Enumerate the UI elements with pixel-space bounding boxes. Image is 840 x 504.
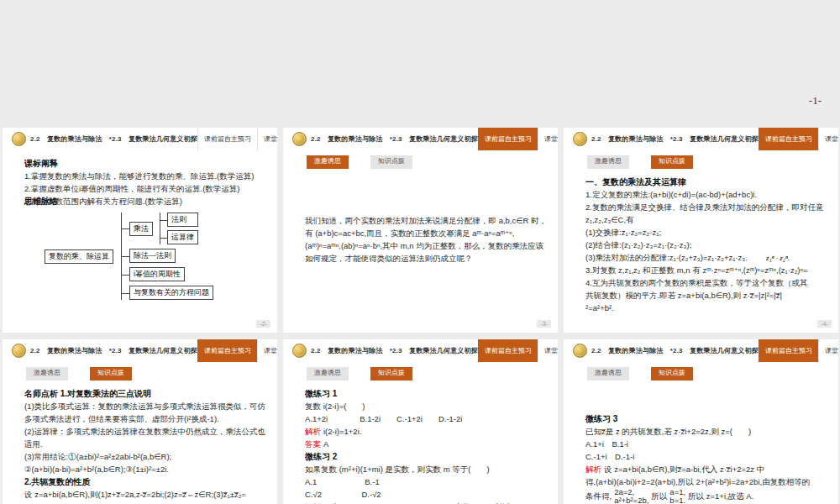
text-line: 1.定义复数的乘法:(a+bi)(c+di)=(ac-bd)+(ad+bc)i. [585, 188, 830, 201]
solution-label: 解析 [305, 427, 321, 436]
nav-button-classroom[interactable]: 课堂篇探究学习 [538, 339, 558, 362]
nav-button-preview[interactable]: 课前篇自主预习 [759, 128, 818, 150]
solution-label: 答案 [305, 439, 321, 449]
text-line: 名师点析 1.对复数乘法的三点说明 [24, 387, 269, 400]
tab-bar: 激趣诱思知识点拨 [283, 362, 558, 381]
text-line: 微练习 2 [305, 450, 549, 463]
slide-title: 2.2 复数的乘法与除法 *2.3 复数乘法几何意义初探 [591, 346, 759, 355]
badge-coin-icon [573, 132, 587, 146]
tab-interest[interactable]: 激趣诱思 [26, 367, 68, 381]
text-line: 1.掌握复数的乘法与除法，能够进行复数的乘、除运算.(数学运算) [24, 170, 269, 182]
slide-header: 2.2 复数的乘法与除法 *2.3 复数乘法几何意义初探 课前篇自主预习 课堂篇… [564, 128, 838, 150]
slide-header: 2.2 复数的乘法与除法 *2.3 复数乘法几何意义初探 课前篇自主预习 课堂篇… [283, 339, 558, 362]
nav-button-preview[interactable]: 课前篇自主预习 [478, 339, 538, 362]
text-line: 4.互为共轭复数的两个复数的乘积是实数，等于这个复数（或其 [585, 276, 830, 289]
diagram-box-rule: 法则 [167, 213, 198, 227]
text-line: A.1+2i B.1-2i C.-1+2i D.-1-2i [305, 412, 549, 425]
text-line: (1)交换律:z₁·z₂=z₂·z₁; [585, 226, 830, 239]
tab-knowledge[interactable]: 知识点拨 [651, 367, 693, 381]
tab-knowledge[interactable]: 知识点拨 [370, 367, 412, 381]
text-line: (3)乘法对加法的分配律:z₁·(z₂+z₃)=z₁·z₂+z₁·z₃. [585, 251, 830, 264]
text-line: 答案A [305, 438, 549, 450]
solution-label: 解析 [585, 465, 601, 474]
text-line: 复数 i(2-i)=( ) [305, 400, 549, 412]
diagram-box-laws: 运算律 [167, 230, 198, 244]
slide-header: 2.2 复数的乘法与除法 *2.3 复数乘法几何意义初探 课前篇自主预习 课堂篇… [3, 339, 277, 362]
text-line: (1)类比多项式运算：复数的乘法运算与多项式乘法运算很类似，可仿多项式乘法进行，… [24, 400, 269, 425]
tab-interest[interactable]: 激趣诱思 [587, 367, 629, 381]
text-line: 解析因为 (m²+i)(1+mi)=(m²-m)+(m³+1)i 是实数,m∈R… [305, 501, 549, 504]
text-line: (3)常用结论:①(a±bi)²=a²±2abi-b²(a,b∈R); [24, 450, 269, 463]
slide-content: 课标阐释1.掌握复数的乘法与除法，能够进行复数的乘、除运算.(数学运算)2.掌握… [3, 150, 277, 207]
slide-title: 2.2 复数的乘法与除法 *2.3 复数乘法几何意义初探 [30, 134, 197, 144]
slide-4: 2.2 复数的乘法与除法 *2.3 复数乘法几何意义初探 课前篇自主预习 课堂篇… [3, 339, 277, 504]
diagram-box-power-period: i幂值的周期性 [129, 267, 185, 281]
slide-3: 2.2 复数的乘法与除法 *2.3 复数乘法几何意义初探 课前篇自主预习 课堂篇… [564, 128, 838, 333]
slide-2: 2.2 复数的乘法与除法 *2.3 复数乘法几何意义初探 课前篇自主预习 课堂篇… [283, 128, 558, 333]
nav-button-classroom[interactable]: 课堂篇探究学习 [257, 339, 277, 362]
tab-interest[interactable]: 激趣诱思 [307, 155, 349, 169]
text-line: 微练习 3 [585, 412, 830, 425]
badge-coin-icon [292, 344, 307, 358]
text-line: ②(a+bi)(a-bi)=a²+b²(a,b∈R);③(1±i)²=±2i. [24, 463, 269, 475]
nav-button-preview[interactable]: 课前篇自主预习 [197, 128, 257, 150]
slide-page-badge: -2- [256, 320, 270, 328]
concept-map: 复数的乘、除运算 乘法 法则 运算律 除法—法则 i幂值的周期性 与复数有关的方… [45, 213, 277, 300]
nav-button-classroom[interactable]: 课堂篇探究学习 [257, 128, 277, 150]
overlapping-heading: 思维脉络 [24, 195, 58, 207]
badge-coin-icon [12, 344, 26, 358]
text-line: 课标阐释 [24, 157, 269, 170]
tab-bar: 激趣诱思知识点拨 [564, 150, 838, 169]
equation-system: 2a=2,a²+b²=2b, [614, 488, 648, 504]
text-line: (2)结合律:(z₁·z₂)·z₃=z₁·(z₂·z₃); [585, 239, 830, 251]
slide-title: 2.2 复数的乘法与除法 *2.3 复数乘法几何意义初探 [311, 346, 478, 355]
slide-page-badge: -3- [537, 320, 551, 328]
spacer [585, 387, 830, 412]
text-line: C.-1+i D.-1-i [585, 450, 830, 463]
text-line: A.1+i B.1-i [585, 438, 830, 450]
text-line: A.1 B.-1 [305, 475, 549, 488]
equation-system: a=1,b=1. [669, 488, 685, 504]
tab-knowledge[interactable]: 知识点拨 [370, 155, 412, 169]
diagram-box-equations: 与复数有关的方程问题 [129, 286, 213, 300]
text-line: 2.共轭复数的性质 [24, 475, 269, 488]
document-page-number: -1- [809, 94, 822, 108]
tab-knowledge[interactable]: 知识点拨 [90, 367, 132, 381]
nav-button-preview[interactable]: 课前篇自主预习 [759, 339, 818, 362]
slide-content: 我们知道，两个实数的乘法对加法来说满足分配律，即 a,b,c∈R 时，有 (a+… [283, 169, 558, 265]
tab-interest[interactable]: 激趣诱思 [307, 367, 349, 381]
slide-content: 一、复数的乘法及其运算律1.定义复数的乘法:(a+bi)(c+di)=(ac-b… [564, 169, 838, 314]
text-line: 得,(a+bi)(a-bi)i+2=2(a+bi),所以 2+(a²+b²)i=… [585, 475, 830, 488]
text-line: 解析设 z=a+bi(a,b∈R),则z̅=a-bi,代入 z·z̅i+2=2z… [585, 463, 830, 475]
slide-title: 2.2 复数的乘法与除法 *2.3 复数乘法几何意义初探 [591, 134, 759, 144]
text-line: (2)运算律：多项式乘法的运算律在复数乘法中仍然成立，乘法公式也适用. [24, 425, 269, 450]
text-line: 设 z=a+bi(a,b∈R),则(1)z+z̅=2a,z-z̅=2bi;(2)… [24, 488, 269, 501]
slide-5: 2.2 复数的乘法与除法 *2.3 复数乘法几何意义初探 课前篇自主预习 课堂篇… [283, 339, 558, 504]
text-line: C.√2 D.-√2 [305, 488, 549, 501]
nav-button-classroom[interactable]: 课堂篇探究学习 [818, 128, 838, 150]
nav-button-classroom[interactable]: 课堂篇探究学习 [538, 128, 558, 150]
tab-bar: 激趣诱思知识点拨 [3, 362, 277, 381]
tab-knowledge[interactable]: 知识点拨 [651, 155, 693, 169]
tab-interest[interactable]: 激趣诱思 [587, 155, 629, 169]
slide-header: 2.2 复数的乘法与除法 *2.3 复数乘法几何意义初探 课前篇自主预习 课堂篇… [283, 128, 558, 150]
nav-button-classroom[interactable]: 课堂篇探究学习 [818, 339, 838, 362]
slide-content: 名师点析 1.对复数乘法的三点说明(1)类比多项式运算：复数的乘法运算与多项式乘… [3, 381, 277, 501]
text-line: 2.掌握虚数单位i幂值的周期性，能进行有关的运算.(数学运算) [24, 182, 269, 195]
slide-header: 2.2 复数的乘法与除法 *2.3 复数乘法几何意义初探 课前篇自主预习 课堂篇… [564, 339, 838, 362]
slide-title: 2.2 复数的乘法与除法 *2.3 复数乘法几何意义初探 [311, 134, 478, 144]
text-line: 如果复数 (m²+i)(1+mi) 是实数，则实数 m 等于( ) [305, 463, 549, 475]
badge-coin-icon [292, 132, 307, 146]
badge-coin-icon [12, 132, 26, 146]
slide-content: 微练习 3已知z̅是 z 的共轭复数,若 z·z̅i+2=2z,则 z=( )A… [564, 381, 838, 504]
nav-button-preview[interactable]: 课前篇自主预习 [197, 339, 257, 362]
text-line: 3.对复数 z,z₁,z₂ 和正整数 m,n 有 zᵐ·zⁿ=zᵐ⁺ⁿ,(zᵐ)… [585, 264, 830, 276]
spacer [305, 176, 549, 214]
nav-button-preview[interactable]: 课前篇自主预习 [478, 128, 538, 150]
slide-content: 微练习 1复数 i(2-i)=( )A.1+2i B.1-2i C.-1+2i … [283, 381, 558, 504]
text-line: 我们知道，两个实数的乘法对加法来说满足分配律，即 a,b,c∈R 时，有 (a+… [305, 214, 549, 265]
text-line: 条件得,2a=2,a²+b²=2b,所以a=1,b=1.所以 z=1+i,故选 … [585, 488, 830, 504]
slide-grid: 2.2 复数的乘法与除法 *2.3 复数乘法几何意义初探 课前篇自主预习 课堂篇… [3, 128, 838, 504]
slide-title: 2.2 复数的乘法与除法 *2.3 复数乘法几何意义初探 [30, 346, 197, 355]
slide-1: 2.2 复数的乘法与除法 *2.3 复数乘法几何意义初探 课前篇自主预习 课堂篇… [3, 128, 277, 333]
